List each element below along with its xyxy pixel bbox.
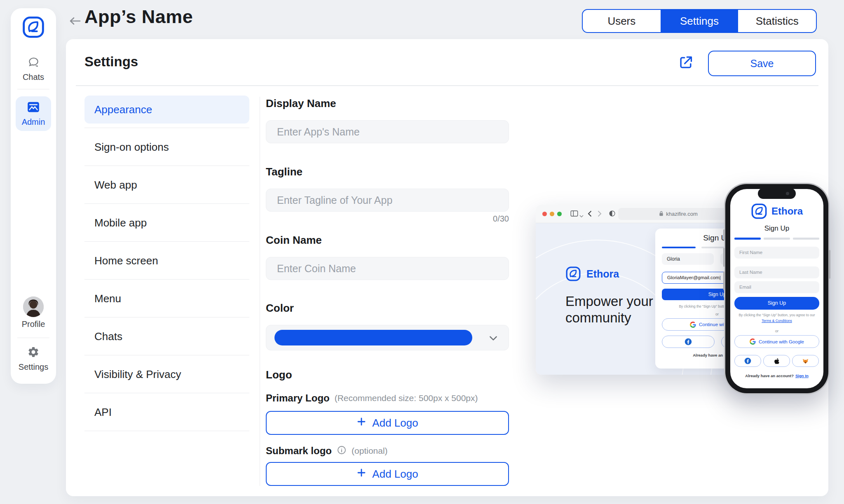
google-g-icon — [750, 338, 756, 345]
or-separator: or — [730, 329, 823, 333]
first-name-field: Gloria — [662, 253, 714, 265]
step-indicators — [734, 238, 819, 240]
browser-back-icon — [588, 210, 592, 219]
apple-icon — [774, 358, 780, 364]
sidebar-item-admin[interactable]: Admin — [16, 96, 51, 131]
settings-nav-visibility-privacy[interactable]: Visibility & Privacy — [84, 355, 249, 393]
terms-link: Terms & Conditions — [762, 319, 792, 323]
logo-section-heading: Logo — [266, 369, 292, 381]
phone-power-button — [829, 250, 830, 279]
view-tabs: Users Settings Statistics — [582, 9, 817, 33]
gear-icon — [27, 346, 40, 360]
avatar — [23, 296, 44, 317]
phone-screen: Ethora Sign Up First Name Last Name Emai… — [730, 189, 823, 388]
coin-name-input[interactable] — [266, 257, 509, 280]
settings-nav-web-app[interactable]: Web app — [84, 166, 249, 204]
tagline-input[interactable] — [266, 189, 509, 212]
email-field: Email — [734, 281, 819, 293]
external-link-icon[interactable] — [677, 54, 695, 72]
google-signin-button: Continue with Google — [734, 335, 819, 348]
sidebar-item-profile[interactable]: Profile — [11, 296, 56, 329]
facebook-icon — [744, 357, 751, 364]
metamask-signin-button — [792, 355, 819, 367]
add-primary-logo-button[interactable]: Add Logo — [266, 411, 509, 435]
sidebar-divider — [17, 89, 49, 89]
submark-logo-note: (optional) — [352, 446, 388, 456]
admin-image-icon — [26, 100, 41, 115]
phone-mute-switch — [723, 229, 725, 240]
settings-nav-menu[interactable]: Menu — [84, 280, 249, 317]
page-title: App’s Name — [84, 6, 193, 28]
terms-text: By clicking the “Sign Up” button, you ag… — [733, 313, 821, 324]
tagline-counter: 0/30 — [493, 214, 509, 224]
metamask-fox-icon — [802, 358, 809, 364]
tab-statistics[interactable]: Statistics — [738, 10, 816, 32]
facebook-icon — [685, 338, 692, 345]
settings-nav-appearance[interactable]: Appearance — [84, 96, 249, 124]
tagline-label: Tagline — [266, 166, 302, 178]
first-name-field: First Name — [734, 247, 819, 259]
add-submark-logo-button[interactable]: Add Logo — [266, 462, 509, 486]
appearance-form: Display Name Tagline 0/30 Coin Name Colo… — [266, 39, 509, 496]
ethora-logo-icon[interactable] — [22, 16, 45, 39]
color-label: Color — [266, 302, 294, 315]
browser-forward-icon — [598, 210, 602, 219]
phone-volume-down — [723, 271, 725, 290]
brand-wordmark: Ethora — [586, 268, 619, 280]
display-name-label: Display Name — [266, 97, 336, 110]
social-signin-row — [734, 355, 819, 367]
facebook-signin-button — [662, 336, 715, 348]
sidebar-item-settings[interactable]: Settings — [11, 346, 56, 372]
primary-logo-note: (Recommended size: 500px x 500px) — [335, 393, 478, 403]
color-swatch — [274, 330, 472, 345]
facebook-signin-button — [734, 355, 761, 367]
submark-logo-row: Submark logo (optional) — [266, 445, 388, 457]
step-indicator-active — [662, 247, 696, 248]
sidebar: Chats Admin Profile — [11, 8, 56, 384]
coin-name-label: Coin Name — [266, 234, 322, 247]
sidebar-item-label: Profile — [22, 320, 45, 329]
primary-logo-label: Primary Logo — [266, 392, 330, 404]
back-button[interactable] — [67, 14, 83, 28]
tab-settings[interactable]: Settings — [661, 10, 738, 32]
last-name-field: Last Name — [734, 266, 819, 278]
add-logo-label: Add Logo — [372, 468, 418, 481]
google-g-icon — [690, 322, 696, 328]
browser-sidebar-icon — [570, 210, 578, 219]
step-indicator — [793, 238, 819, 240]
traffic-close-icon — [542, 212, 547, 216]
sidebar-item-label: Settings — [19, 362, 48, 372]
signin-link: Sign In — [795, 373, 809, 378]
panel-title: Settings — [84, 54, 138, 70]
sidebar-item-label: Admin — [22, 117, 45, 127]
add-logo-label: Add Logo — [372, 417, 418, 429]
phone-preview-mockup: Ethora Sign Up First Name Last Name Emai… — [725, 184, 828, 393]
traffic-minimize-icon — [550, 212, 554, 216]
privacy-shield-icon — [609, 210, 616, 219]
phone-camera-icon — [786, 192, 789, 195]
info-icon[interactable] — [337, 445, 347, 457]
tab-users[interactable]: Users — [583, 10, 661, 32]
save-button[interactable]: Save — [708, 51, 816, 76]
toolbar-chevron-icon — [579, 212, 584, 219]
ethora-logo-icon — [751, 203, 767, 219]
ethora-logo-icon — [565, 266, 581, 282]
signin-prompt: Already have an account?Sign In — [730, 373, 823, 378]
primary-logo-row: Primary Logo (Recommended size: 500px x … — [266, 392, 478, 404]
phone-brand: Ethora — [730, 203, 823, 219]
sidebar-divider — [17, 338, 49, 338]
settings-nav-chats[interactable]: Chats — [84, 317, 249, 355]
signup-title: Sign Up — [730, 224, 823, 233]
step-indicator — [764, 238, 790, 240]
settings-nav-api[interactable]: API — [84, 393, 249, 431]
phone-notch — [758, 189, 796, 199]
sidebar-item-label: Chats — [23, 72, 44, 82]
google-button-label: Continue with Google — [759, 339, 804, 344]
settings-nav-mobile-app[interactable]: Mobile app — [84, 204, 249, 242]
color-select[interactable] — [266, 325, 509, 350]
settings-nav-home-screen[interactable]: Home screen — [84, 242, 249, 280]
traffic-zoom-icon — [557, 212, 562, 216]
settings-nav-sign-on-options[interactable]: Sign-on options — [84, 128, 249, 166]
sidebar-item-chats[interactable]: Chats — [11, 56, 56, 82]
display-name-input[interactable] — [266, 120, 509, 143]
